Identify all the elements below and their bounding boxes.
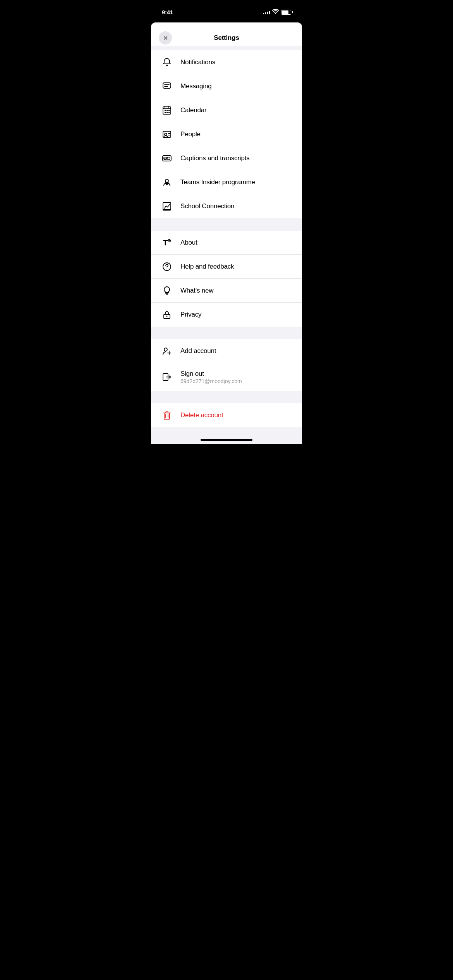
lock-icon	[159, 307, 175, 323]
svg-rect-10	[165, 112, 166, 113]
svg-point-21	[165, 179, 168, 182]
menu-item-sign-out[interactable]: Sign out 69d2d271@moodjoy.com	[151, 363, 302, 391]
svg-text:CC: CC	[164, 158, 167, 160]
svg-rect-11	[166, 112, 168, 113]
menu-item-help[interactable]: Help and feedback	[151, 255, 302, 279]
help-label: Help and feedback	[180, 263, 234, 271]
chat-icon	[159, 78, 175, 94]
add-account-label: Add account	[180, 347, 216, 355]
battery-icon	[281, 10, 291, 15]
svg-text:ij: ij	[168, 240, 170, 242]
bell-icon	[159, 54, 175, 70]
delete-account-label: Delete account	[180, 411, 223, 419]
signal-bar-2	[265, 12, 266, 14]
svg-rect-8	[166, 110, 168, 111]
menu-item-calendar[interactable]: Calendar	[151, 98, 302, 122]
sign-out-icon	[159, 369, 175, 385]
close-button[interactable]: ✕	[159, 31, 172, 45]
chart-box-icon	[159, 198, 175, 214]
phone-frame: 9:41 ✕ Settings	[151, 0, 302, 444]
status-icons	[263, 9, 291, 15]
person-add-icon	[159, 343, 175, 359]
teams-insider-label: Teams Insider programme	[180, 178, 255, 186]
menu-item-teams-insider[interactable]: Teams Insider programme	[151, 170, 302, 194]
menu-item-whats-new[interactable]: What's new	[151, 279, 302, 303]
calendar-icon	[159, 102, 175, 118]
notifications-label: Notifications	[180, 58, 215, 66]
menu-item-notifications[interactable]: Notifications	[151, 50, 302, 74]
menu-section-4: Delete account	[151, 403, 302, 427]
school-connection-label: School Connection	[180, 202, 234, 210]
sign-out-label: Sign out	[180, 370, 242, 378]
home-indicator	[151, 435, 302, 444]
question-circle-icon	[159, 259, 175, 275]
svg-rect-7	[165, 110, 166, 111]
privacy-label: Privacy	[180, 311, 201, 319]
svg-text:T: T	[163, 238, 168, 247]
settings-title: Settings	[214, 34, 239, 42]
svg-point-14	[165, 133, 167, 135]
trash-icon	[159, 407, 175, 423]
menu-item-messaging[interactable]: Messaging	[151, 74, 302, 98]
home-bar	[201, 439, 252, 441]
captions-label: Captions and transcripts	[180, 154, 250, 162]
menu-item-delete-account[interactable]: Delete account	[151, 403, 302, 427]
svg-point-28	[166, 269, 167, 269]
menu-section-2: T ij About Help and feedback	[151, 231, 302, 327]
signal-bar-1	[263, 13, 264, 14]
svg-rect-0	[163, 83, 171, 88]
person-heart-icon	[159, 174, 175, 190]
divider-1	[151, 218, 302, 226]
sign-out-email: 69d2d271@moodjoy.com	[180, 378, 242, 384]
status-time: 9:41	[162, 9, 173, 15]
svg-rect-19	[167, 157, 170, 159]
sheet-header: ✕ Settings	[151, 22, 302, 46]
menu-item-about[interactable]: T ij About	[151, 231, 302, 255]
sign-out-text-group: Sign out 69d2d271@moodjoy.com	[180, 370, 242, 384]
people-label: People	[180, 130, 201, 138]
settings-sheet: ✕ Settings Notifications	[151, 22, 302, 444]
cc-icon: CC	[159, 150, 175, 166]
divider-3	[151, 391, 302, 399]
divider-4	[151, 427, 302, 435]
menu-section-3: Add account Sign out 69d2d271@moodjoy.co…	[151, 339, 302, 391]
signal-bar-3	[267, 12, 268, 14]
menu-item-captions[interactable]: CC Captions and transcripts	[151, 146, 302, 170]
svg-rect-12	[168, 112, 170, 113]
signal-bars-icon	[263, 10, 270, 14]
menu-section-1: Notifications Messaging	[151, 50, 302, 218]
svg-point-33	[164, 348, 167, 351]
calendar-label: Calendar	[180, 106, 206, 114]
svg-rect-9	[168, 110, 170, 111]
svg-rect-38	[164, 413, 170, 419]
menu-item-people[interactable]: People	[151, 122, 302, 146]
wifi-icon	[272, 9, 279, 15]
teams-logo-icon: T ij	[159, 235, 175, 251]
divider-2	[151, 327, 302, 334]
signal-bar-4	[269, 11, 270, 14]
lightbulb-icon	[159, 283, 175, 299]
about-label: About	[180, 239, 197, 247]
person-card-icon	[159, 126, 175, 142]
menu-item-privacy[interactable]: Privacy	[151, 303, 302, 327]
svg-point-32	[166, 316, 168, 317]
battery-fill	[282, 10, 288, 14]
menu-item-add-account[interactable]: Add account	[151, 339, 302, 363]
messaging-label: Messaging	[180, 82, 211, 90]
status-bar: 9:41	[151, 0, 302, 19]
menu-item-school-connection[interactable]: School Connection	[151, 194, 302, 218]
whats-new-label: What's new	[180, 287, 213, 295]
